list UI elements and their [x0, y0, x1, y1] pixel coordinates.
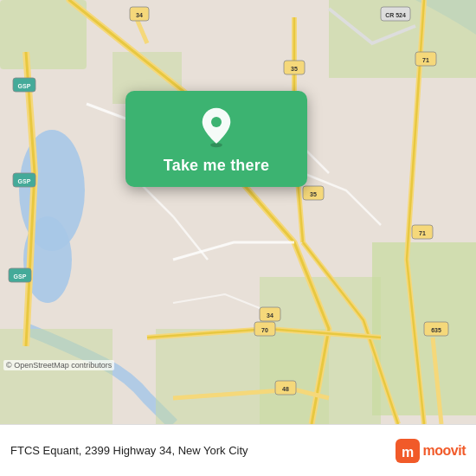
svg-point-38	[211, 117, 222, 127]
bottom-bar: FTCS Equant, 2399 Highway 34, New York C…	[0, 424, 476, 476]
map-container: 34 GSP GSP GSP 35 35 71 71 34 70 CR 524	[0, 0, 476, 424]
svg-rect-8	[260, 277, 381, 424]
svg-text:70: 70	[261, 327, 268, 333]
moovit-icon: m	[396, 439, 420, 463]
moovit-logo: m moovit	[396, 439, 466, 463]
moovit-label: moovit	[423, 443, 466, 459]
svg-rect-3	[0, 0, 87, 69]
svg-text:m: m	[401, 445, 413, 460]
svg-text:71: 71	[422, 57, 429, 63]
pin-icon	[196, 106, 237, 148]
svg-text:35: 35	[310, 191, 317, 197]
svg-text:48: 48	[282, 386, 289, 392]
svg-text:GSP: GSP	[18, 83, 31, 89]
svg-text:35: 35	[291, 66, 298, 72]
location-label: FTCS Equant, 2399 Highway 34, New York C…	[10, 444, 396, 457]
svg-rect-6	[0, 329, 113, 424]
map-attribution: © OpenStreetMap contributors	[3, 360, 114, 370]
take-me-there-label: Take me there	[164, 157, 269, 175]
svg-text:GSP: GSP	[14, 273, 27, 280]
svg-text:635: 635	[431, 327, 441, 333]
svg-text:34: 34	[136, 12, 143, 18]
svg-text:34: 34	[267, 312, 273, 318]
navigate-button[interactable]: Take me there	[125, 91, 307, 187]
svg-text:71: 71	[419, 230, 426, 236]
svg-text:CR 524: CR 524	[385, 12, 406, 18]
svg-text:GSP: GSP	[18, 178, 31, 184]
